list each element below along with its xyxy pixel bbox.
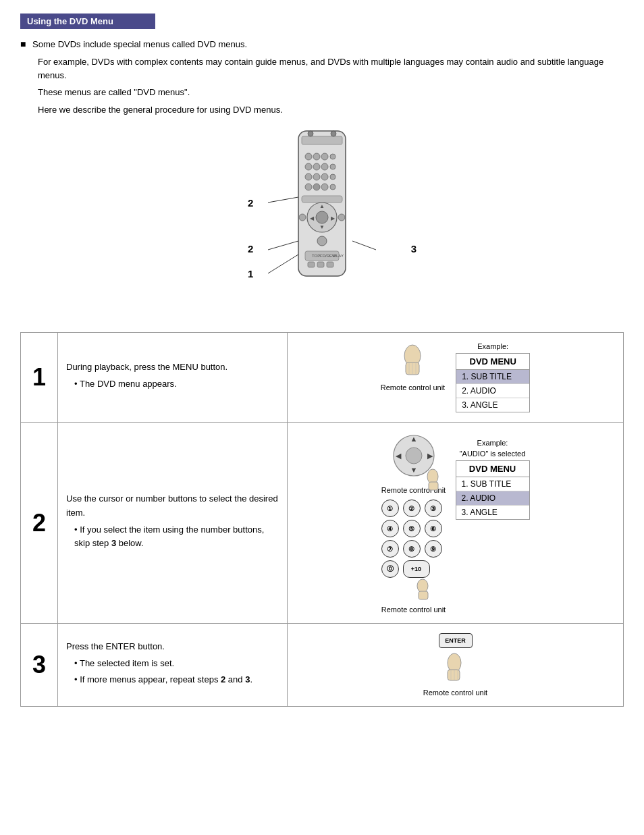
intro-line1: Some DVDs include special menus called D…	[32, 39, 247, 49]
svg-point-26	[338, 214, 345, 221]
label-1: 1	[248, 268, 253, 279]
svg-rect-57	[448, 670, 460, 680]
svg-point-10	[305, 173, 312, 180]
step-1-bullet1: • The DVD menu appears.	[66, 377, 279, 392]
hand-press-icon-2b	[410, 578, 437, 601]
svg-point-12	[321, 173, 328, 180]
step-2-remote-label2: Remote control unit	[381, 605, 446, 614]
intro-line4: Here we describe the general procedure f…	[20, 103, 624, 117]
svg-text:TOP: TOP	[312, 254, 320, 258]
hand-press-icon-1	[392, 342, 433, 379]
step-2-dvd-menu: DVD MENU 1. SUB TITLE 2. AUDIO 3. ANGLE	[456, 460, 530, 520]
step-2-number: 2	[21, 423, 58, 624]
svg-point-14	[305, 184, 312, 190]
step-1-text: During playback, press the MENU button. …	[58, 333, 288, 423]
svg-point-54	[417, 579, 428, 593]
enter-button-illus: ENTER	[439, 633, 473, 648]
svg-point-5	[330, 154, 336, 159]
step-1-row: 1 During playback, press the MENU button…	[21, 333, 624, 423]
instructions-table: 1 During playback, press the MENU button…	[20, 332, 624, 707]
step-2-text: Use the cursor or number buttons to sele…	[58, 423, 288, 624]
step-3-remote-label: Remote control unit	[423, 689, 487, 697]
step-3-visual: ENTER Remote control unit	[288, 624, 624, 707]
svg-point-36	[331, 131, 336, 136]
step-2-menu-item-2: 2. AUDIO	[456, 491, 529, 506]
svg-rect-55	[419, 591, 428, 599]
svg-text:◀: ◀	[310, 215, 315, 221]
svg-point-8	[321, 163, 328, 170]
step-2-menu-item-1: 1. SUB TITLE	[456, 477, 529, 491]
svg-point-6	[305, 163, 312, 170]
step-1-example-label: Example:	[477, 342, 508, 350]
step-2-example-sub: "AUDIO" is selected	[460, 450, 526, 458]
hand-press-icon-3	[435, 651, 476, 684]
svg-text:PLAY: PLAY	[333, 254, 344, 258]
arrow-pad: ▲ ▼ ◀ ▶	[390, 432, 437, 479]
step-3-bullet1: • The selected item is set.	[66, 657, 279, 671]
step-3-number: 3	[21, 624, 58, 707]
svg-rect-32	[308, 262, 315, 267]
svg-point-47	[406, 448, 422, 464]
svg-point-7	[313, 163, 320, 170]
svg-point-15	[313, 184, 320, 190]
svg-line-40	[352, 241, 376, 250]
svg-point-17	[330, 184, 336, 190]
svg-point-13	[330, 174, 336, 180]
remote-svg: ▲ ▼ ◀ ▶ TOP FD/REW PLAY	[292, 130, 352, 278]
remote-illustration: 2 2 1 3	[20, 130, 624, 319]
intro-line3: These menus are called "DVD menus".	[20, 86, 624, 99]
step-1-dvd-menu: DVD MENU 1. SUB TITLE 2. AUDIO 3. ANGLE	[456, 353, 530, 412]
step-1-menu-item-1: 1. SUB TITLE	[456, 370, 529, 384]
section-header: Using the DVD Menu	[20, 14, 155, 29]
step-1-instruction: During playback, press the MENU button.	[66, 360, 279, 375]
step-1-menu-item-2: 2. AUDIO	[456, 384, 529, 398]
svg-rect-1	[302, 136, 342, 144]
svg-point-3	[313, 153, 320, 160]
step-3-instruction: Press the ENTER button.	[66, 640, 279, 654]
number-buttons: ① ② ③ ④ ⑤ ⑥ ⑦ ⑧ ⑨ ⓪ +10	[381, 500, 446, 578]
svg-text:▲: ▲	[410, 435, 417, 443]
svg-rect-33	[317, 262, 324, 267]
page-container: Using the DVD Menu ■ Some DVDs include s…	[20, 14, 624, 707]
svg-point-27	[317, 236, 327, 246]
svg-rect-18	[302, 196, 342, 203]
svg-point-25	[299, 214, 306, 221]
step-1-menu-title: DVD MENU	[456, 354, 529, 370]
svg-text:▶: ▶	[331, 215, 336, 221]
step-3-text: Press the ENTER button. • The selected i…	[58, 624, 288, 707]
step-2-example-label: Example:	[477, 439, 508, 447]
svg-text:▶: ▶	[427, 452, 433, 460]
step-3-bullet2: • If more menus appear, repeat steps 2 a…	[66, 673, 279, 687]
hand-press-icon-2a	[421, 467, 448, 493]
svg-text:◀: ◀	[396, 452, 402, 460]
label-3: 3	[411, 243, 417, 254]
label-2a: 2	[248, 197, 253, 209]
step-2-bullet1: • If you select the item using the numbe…	[66, 523, 279, 551]
svg-rect-53	[429, 482, 438, 490]
label-2b: 2	[248, 243, 253, 254]
intro-block: ■ Some DVDs include special menus called…	[20, 37, 624, 116]
svg-point-4	[321, 153, 328, 160]
svg-point-9	[330, 164, 336, 169]
step-1-menu-item-3: 3. ANGLE	[456, 398, 529, 412]
step-2-instruction: Use the cursor or number buttons to sele…	[66, 492, 279, 520]
step-2-visual: ▲ ▼ ◀ ▶ Remote control unit	[288, 423, 624, 624]
svg-point-11	[313, 173, 320, 180]
svg-point-2	[305, 153, 312, 160]
step-2-menu-title: DVD MENU	[456, 461, 529, 477]
svg-text:▼: ▼	[410, 466, 417, 474]
svg-rect-34	[327, 262, 333, 267]
svg-point-16	[321, 184, 328, 190]
step-1-number: 1	[21, 333, 58, 423]
svg-text:▲: ▲	[319, 203, 325, 209]
step-2-row: 2 Use the cursor or number buttons to se…	[21, 423, 624, 624]
svg-point-35	[308, 131, 313, 136]
svg-text:▼: ▼	[319, 224, 325, 230]
svg-point-20	[316, 211, 328, 223]
step-1-remote-label: Remote control unit	[381, 383, 445, 392]
step-2-menu-item-3: 3. ANGLE	[456, 506, 529, 519]
square-icon: ■	[20, 38, 26, 49]
step-1-visual: Remote control unit Example: DVD MENU 1.…	[288, 333, 624, 423]
step-3-row: 3 Press the ENTER button. • The selected…	[21, 624, 624, 707]
intro-line2: For example, DVDs with complex contents …	[20, 55, 624, 82]
